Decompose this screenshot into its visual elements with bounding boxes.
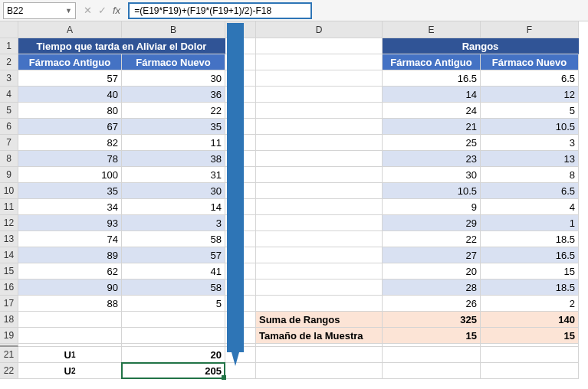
cell[interactable]: 89 — [18, 247, 122, 263]
cell[interactable]: 10.5 — [383, 183, 481, 199]
row-header[interactable]: 8 — [0, 151, 18, 167]
cell[interactable]: 40 — [18, 87, 122, 103]
row-header[interactable]: 12 — [0, 215, 18, 231]
row-header[interactable]: 6 — [0, 119, 18, 135]
cell[interactable]: 2 — [481, 296, 579, 312]
col-header-a[interactable]: A — [18, 21, 122, 38]
cell[interactable] — [225, 199, 256, 215]
cell[interactable] — [225, 70, 256, 87]
cell[interactable] — [225, 347, 256, 363]
cell[interactable]: 38 — [122, 151, 225, 167]
cell[interactable] — [383, 363, 481, 379]
cell[interactable]: 14 — [122, 199, 225, 215]
cell[interactable] — [481, 347, 579, 363]
fx-icon[interactable]: fx — [113, 5, 120, 16]
cell[interactable]: 26 — [383, 296, 481, 312]
tamano-f[interactable]: 15 — [481, 328, 579, 344]
cell[interactable]: 28 — [383, 279, 481, 296]
cell[interactable]: 5 — [481, 103, 579, 119]
cell[interactable] — [225, 135, 256, 151]
cell[interactable]: 80 — [18, 103, 122, 119]
row-header[interactable]: 2 — [0, 54, 18, 70]
spreadsheet-grid[interactable]: A B C D E F 1 Tiempo que tarda en Alivia… — [0, 21, 588, 379]
row-header[interactable]: 18 — [0, 312, 18, 328]
row-header[interactable]: 10 — [0, 183, 18, 199]
suma-label[interactable]: Suma de Rangos — [256, 312, 383, 328]
row-header[interactable]: 1 — [0, 38, 18, 54]
cell[interactable]: 58 — [122, 231, 225, 247]
cell[interactable] — [225, 231, 256, 247]
cell[interactable]: 27 — [383, 247, 481, 263]
cell[interactable] — [225, 119, 256, 135]
chevron-down-icon[interactable]: ▼ — [65, 7, 72, 15]
cell[interactable]: 12 — [481, 87, 579, 103]
cell[interactable] — [256, 70, 383, 87]
cell[interactable] — [225, 38, 256, 54]
row-header[interactable]: 16 — [0, 279, 18, 296]
col-old-left[interactable]: Fármaco Antiguo — [18, 54, 122, 70]
cell[interactable]: 16.5 — [481, 247, 579, 263]
cell[interactable]: 18.5 — [481, 279, 579, 296]
cell[interactable] — [256, 135, 383, 151]
u1-value[interactable]: 20 — [122, 347, 225, 363]
cell[interactable] — [256, 103, 383, 119]
cell[interactable] — [225, 167, 256, 183]
cell[interactable] — [225, 103, 256, 119]
cell[interactable]: 78 — [18, 151, 122, 167]
cell[interactable] — [256, 183, 383, 199]
cell[interactable]: 21 — [383, 119, 481, 135]
row-header[interactable]: 19 — [0, 328, 18, 344]
cell[interactable]: 35 — [122, 119, 225, 135]
row-header[interactable]: 17 — [0, 296, 18, 312]
cell[interactable]: 74 — [18, 231, 122, 247]
col-new-right[interactable]: Fármaco Nuevo — [481, 54, 579, 70]
cell[interactable] — [225, 183, 256, 199]
cell[interactable] — [18, 328, 122, 344]
cell[interactable]: 3 — [481, 135, 579, 151]
cell[interactable]: 6.5 — [481, 183, 579, 199]
cell[interactable] — [256, 279, 383, 296]
cell[interactable]: 31 — [122, 167, 225, 183]
cell[interactable] — [256, 167, 383, 183]
cell[interactable] — [225, 296, 256, 312]
col-header-e[interactable]: E — [383, 21, 481, 38]
cell[interactable]: 58 — [122, 279, 225, 296]
cell[interactable] — [18, 312, 122, 328]
cell[interactable]: 82 — [18, 135, 122, 151]
cell[interactable]: 1 — [481, 215, 579, 231]
cell[interactable] — [225, 54, 256, 70]
cell[interactable] — [225, 215, 256, 231]
u2-label[interactable]: U2 — [18, 363, 122, 379]
cell[interactable] — [256, 247, 383, 263]
cell[interactable]: 29 — [383, 215, 481, 231]
cell[interactable] — [225, 247, 256, 263]
tamano-e[interactable]: 15 — [383, 328, 481, 344]
cell[interactable] — [256, 347, 383, 363]
suma-e[interactable]: 325 — [383, 312, 481, 328]
cell[interactable] — [225, 328, 256, 344]
cell[interactable]: 67 — [18, 119, 122, 135]
cell[interactable] — [225, 363, 256, 379]
cell[interactable] — [225, 87, 256, 103]
cell[interactable] — [256, 215, 383, 231]
row-header[interactable]: 11 — [0, 199, 18, 215]
col-header-b[interactable]: B — [122, 21, 225, 38]
cell[interactable]: 8 — [481, 167, 579, 183]
cell[interactable]: 57 — [122, 247, 225, 263]
cell[interactable] — [256, 363, 383, 379]
tamano-label[interactable]: Tamaño de la Muestra — [256, 328, 383, 344]
cell[interactable] — [383, 347, 481, 363]
cell[interactable] — [122, 312, 225, 328]
cell[interactable]: 35 — [18, 183, 122, 199]
cell[interactable]: 15 — [481, 263, 579, 279]
cell[interactable]: 22 — [122, 103, 225, 119]
cell[interactable]: 16.5 — [383, 70, 481, 87]
row-header[interactable]: 13 — [0, 231, 18, 247]
cell[interactable]: 30 — [122, 183, 225, 199]
cell[interactable] — [256, 151, 383, 167]
cell[interactable]: 13 — [481, 151, 579, 167]
cell[interactable]: 88 — [18, 296, 122, 312]
row-header[interactable]: 14 — [0, 247, 18, 263]
row-header[interactable]: 21 — [0, 347, 18, 363]
title-rangos[interactable]: Rangos — [383, 38, 579, 54]
